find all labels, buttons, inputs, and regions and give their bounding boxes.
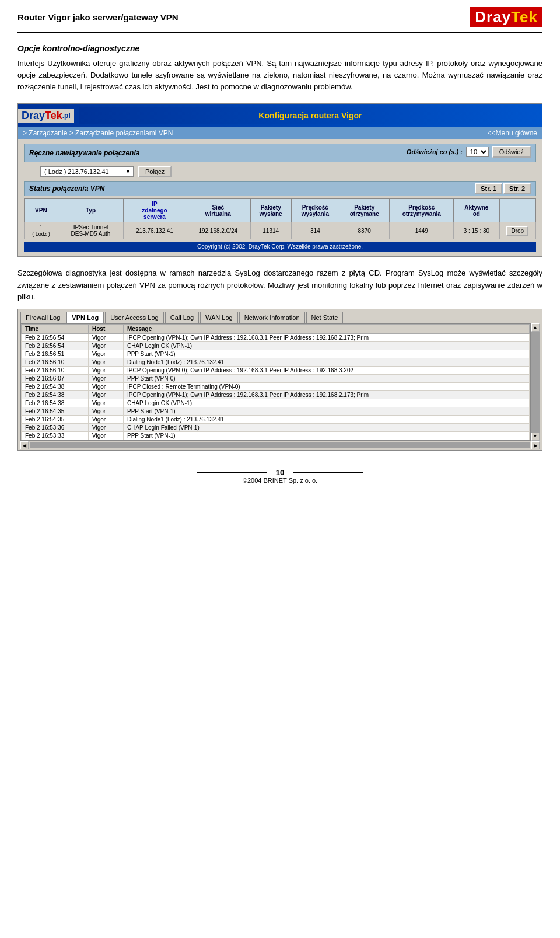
str1-button[interactable]: Str. 1 [475, 183, 502, 194]
syslog-cell-time: Feb 2 16:56:54 [22, 333, 89, 341]
vpn-cell-drop[interactable]: Drop [499, 222, 536, 239]
scrollbar-down-button[interactable]: ▼ [531, 433, 540, 441]
router-section-bar-1: Ręczne nawiązywanie połączenia Odświeżaj… [24, 144, 536, 162]
syslog-row: Feb 2 16:56:54 Vigor IPCP Opening (VPN-1… [22, 333, 530, 341]
logo-dray-small: Dray [22, 110, 45, 122]
logo-tek: Tek [511, 8, 538, 26]
section-bar-2-label: Status połączenia VPN [29, 184, 104, 193]
tab-call-log[interactable]: Call Log [165, 312, 199, 323]
nav-path: > Zarządzanie > Zarządzanie połączeniami… [23, 129, 173, 137]
syslog-cell-host: Vigor [89, 366, 124, 374]
vpn-cell-pakwys: 11314 [250, 222, 291, 239]
syslog-cell-message: CHAP Login OK (VPN-1) [124, 341, 530, 350]
tab-network-info[interactable]: Network Infomation [239, 312, 305, 323]
syslog-row: Feb 2 16:56:10 Vigor Dialing Node1 (Lodz… [22, 358, 530, 366]
page-divider-left [197, 472, 267, 473]
vpn-col-typ: Typ [58, 199, 123, 222]
vpn-col-pakotr: Pakietyotrzymane [340, 199, 390, 222]
router-body: Ręczne nawiązywanie połączenia Odświeżaj… [18, 139, 542, 256]
syslog-cell-message: CHAP Login Failed (VPN-1) - [124, 423, 530, 431]
syslog-cell-host: Vigor [89, 333, 124, 341]
page-number-line: 10 [18, 468, 542, 477]
drop-button[interactable]: Drop [506, 226, 528, 236]
syslog-row: Feb 2 16:54:35 Vigor Dialing Node1 (Lodz… [22, 415, 530, 423]
syslog-row: Feb 2 16:56:54 Vigor CHAP Login OK (VPN-… [22, 341, 530, 350]
vpn-cell-pakotr: 8370 [340, 222, 390, 239]
router-status-header: Status połączenia VPN Str. 1 Str. 2 [24, 181, 536, 196]
draytek-logo-header: DrayTek [470, 7, 542, 27]
page-header: Router Vigor jako serwer/gateway VPN Dra… [18, 0, 542, 33]
horizontal-scrollbar[interactable]: ◀ ▶ [20, 441, 540, 450]
syslog-cell-host: Vigor [89, 399, 124, 407]
logo-dray: Dray [475, 8, 511, 26]
router-nav: > Zarządzanie > Zarządzanie połączeniami… [18, 127, 542, 139]
router-header-title: Konfiguracja routera Vigor [79, 107, 542, 124]
syslog-cell-time: Feb 2 16:53:33 [22, 431, 89, 440]
syslog-row: Feb 2 16:56:10 Vigor IPCP Opening (VPN-0… [22, 366, 530, 374]
scrollbar-track [531, 332, 540, 433]
section-syslog: Szczegółowa diagnostyka jest dostępna w … [18, 267, 542, 302]
syslog-col-message: Message [124, 324, 530, 333]
nav-menu-link[interactable]: <<Menu główne [488, 129, 537, 137]
syslog-cell-host: Vigor [89, 382, 124, 390]
syslog-cell-host: Vigor [89, 341, 124, 350]
syslog-row: Feb 2 16:53:33 Vigor PPP Start (VPN-1) [22, 431, 530, 440]
syslog-ui-screenshot: Firewall Log VPN Log User Access Log Cal… [18, 309, 542, 451]
vpn-col-predotr: Prędkośćotrzymywania [390, 199, 454, 222]
refresh-button[interactable]: Odświeź [492, 146, 531, 158]
address-dropdown[interactable]: ( Lodz ) 213.76.132.41 ▼ [40, 166, 134, 177]
syslog-cell-time: Feb 2 16:56:51 [22, 350, 89, 358]
syslog-scroll-area: Time Host Message Feb 2 16:56:54 Vigor I… [18, 323, 542, 441]
syslog-cell-host: Vigor [89, 415, 124, 423]
syslog-row: Feb 2 16:54:38 Vigor IPCP Closed : Remot… [22, 382, 530, 390]
syslog-cell-time: Feb 2 16:56:10 [22, 366, 89, 374]
syslog-cell-host: Vigor [89, 407, 124, 415]
scrollbar-up-button[interactable]: ▲ [531, 323, 540, 332]
syslog-cell-time: Feb 2 16:54:35 [22, 415, 89, 423]
refresh-select[interactable]: 10 30 60 [466, 147, 489, 157]
scrollbar-left-button[interactable]: ◀ [20, 441, 29, 449]
page-footer: 10 ©2004 BRINET Sp. z o. o. [18, 468, 542, 484]
syslog-cell-message: PPP Start (VPN-1) [124, 350, 530, 358]
vpn-col-vpn: VPN [24, 199, 58, 222]
syslog-cell-message: IPCP Opening (VPN-1); Own IP Address : 1… [124, 333, 530, 341]
vpn-cell-predotr: 1449 [390, 222, 454, 239]
vpn-cell-siec: 192.168.2.0/24 [186, 222, 250, 239]
horizontal-scrollbar-track [30, 442, 530, 448]
syslog-body: Time Host Message Feb 2 16:56:54 Vigor I… [20, 323, 530, 441]
connect-button[interactable]: Połącz [138, 166, 172, 177]
syslog-cell-time: Feb 2 16:56:54 [22, 341, 89, 350]
router-title-text: Konfiguracja routera Vigor [258, 111, 362, 120]
vpn-cell-vpn: 1( Lodz ) [24, 222, 58, 239]
logo-tek-small: Tek [45, 110, 62, 122]
syslog-cell-time: Feb 2 16:56:10 [22, 358, 89, 366]
scrollbar-right-button[interactable]: ▶ [531, 441, 540, 449]
tab-net-state[interactable]: Net State [306, 312, 344, 323]
str2-button[interactable]: Str. 2 [503, 183, 531, 194]
vpn-col-pakwys: Pakietywysłane [250, 199, 291, 222]
page-title: Router Vigor jako serwer/gateway VPN [18, 12, 178, 22]
tab-firewall-log[interactable]: Firewall Log [20, 312, 65, 323]
copyright-text: ©2004 BRINET Sp. z o. o. [18, 477, 542, 484]
vpn-cell-ip: 213.76.132.41 [124, 222, 186, 239]
refresh-row: Odświeżaj co (s.) : 10 30 60 Odświeź [407, 146, 531, 158]
syslog-cell-message: PPP Start (VPN-0) [124, 374, 530, 382]
vertical-scrollbar[interactable]: ▲ ▼ [530, 323, 540, 441]
vpn-cell-typ: IPSec TunnelDES-MD5 Auth [58, 222, 123, 239]
syslog-table: Time Host Message Feb 2 16:56:54 Vigor I… [21, 324, 530, 440]
syslog-cell-message: PPP Start (VPN-1) [124, 407, 530, 415]
vpn-col-ip: IPzdalnegoserwera [124, 199, 186, 222]
syslog-row: Feb 2 16:54:38 Vigor CHAP Login OK (VPN-… [22, 399, 530, 407]
tab-wan-log[interactable]: WAN Log [200, 312, 238, 323]
syslog-cell-message: IPCP Opening (VPN-1); Own IP Address : 1… [124, 390, 530, 399]
router-footer: Copyright (c) 2002, DrayTek Corp. Wszelk… [24, 242, 536, 252]
syslog-cell-host: Vigor [89, 374, 124, 382]
syslog-col-time: Time [22, 324, 89, 333]
syslog-cell-message: IPCP Closed : Remote Terminating (VPN-0) [124, 382, 530, 390]
syslog-tabs: Firewall Log VPN Log User Access Log Cal… [18, 309, 542, 323]
str-buttons: Str. 1 Str. 2 [475, 183, 531, 194]
vpn-cell-aktywne: 3 : 15 : 30 [454, 222, 499, 239]
connect-row: ( Lodz ) 213.76.132.41 ▼ Połącz [24, 166, 536, 177]
tab-vpn-log[interactable]: VPN Log [66, 312, 104, 323]
tab-user-access-log[interactable]: User Access Log [105, 312, 164, 323]
